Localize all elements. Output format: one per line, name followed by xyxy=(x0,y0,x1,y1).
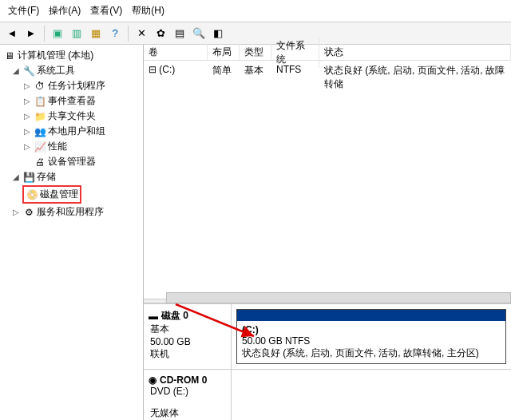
tree-shared-folders[interactable]: ▷📁共享文件夹 xyxy=(2,109,141,124)
col-layout[interactable]: 布局 xyxy=(208,44,240,61)
partition-c[interactable]: (C:) 50.00 GB NTFS 状态良好 (系统, 启动, 页面文件, 活… xyxy=(236,309,506,364)
expand-icon[interactable]: ▷ xyxy=(22,112,32,121)
drive-icon: ⊟ xyxy=(149,64,156,75)
menubar: 文件(F) 操作(A) 查看(V) 帮助(H) xyxy=(0,0,511,22)
tree-performance[interactable]: ▷📈性能 xyxy=(2,139,141,154)
folder-icon: 📁 xyxy=(34,110,46,123)
view-icon[interactable]: ◧ xyxy=(209,25,227,42)
back-icon[interactable]: ◄ xyxy=(3,25,21,42)
perf-icon: 📈 xyxy=(34,141,46,153)
tools-icon: 🔧 xyxy=(22,65,35,77)
cdrom-0-label[interactable]: ◉CD-ROM 0 DVD (E:) 无媒体 xyxy=(144,370,232,420)
expand-icon[interactable]: ▷ xyxy=(22,97,32,106)
partition-size: 50.00 GB NTFS xyxy=(242,335,501,347)
delete-icon[interactable]: ✕ xyxy=(133,25,150,42)
expand-icon[interactable]: ▷ xyxy=(22,127,32,137)
expand-icon[interactable]: ▷ xyxy=(22,142,32,152)
device-icon: 🖨 xyxy=(34,156,46,168)
up-icon[interactable]: ▣ xyxy=(49,25,66,42)
tree-local-users[interactable]: ▷👥本地用户和组 xyxy=(2,124,141,139)
collapse-icon[interactable]: ◢ xyxy=(11,172,21,182)
menu-view[interactable]: 查看(V) xyxy=(87,2,125,19)
col-status[interactable]: 状态 xyxy=(319,44,511,61)
col-type[interactable]: 类型 xyxy=(240,44,271,61)
partition-status: 状态良好 (系统, 启动, 页面文件, 活动, 故障转储, 主分区) xyxy=(242,347,501,360)
properties-icon[interactable]: ▦ xyxy=(87,25,105,42)
help-icon[interactable]: ? xyxy=(106,25,124,42)
event-icon: 📋 xyxy=(34,95,46,108)
menu-file[interactable]: 文件(F) xyxy=(5,2,42,19)
tree-services-apps[interactable]: ▷⚙服务和应用程序 xyxy=(2,204,141,220)
tree-task-scheduler[interactable]: ▷⏱任务计划程序 xyxy=(2,78,141,93)
tree-disk-management[interactable]: 📀磁盘管理 xyxy=(2,184,141,204)
disk-graphic-pane: ▬磁盘 0 基本 50.00 GB 联机 (C:) 50.00 GB NTFS xyxy=(144,303,511,420)
disk-0-label[interactable]: ▬磁盘 0 基本 50.00 GB 联机 xyxy=(144,304,232,369)
tree-event-viewer[interactable]: ▷📋事件查看器 xyxy=(2,93,141,109)
find-icon[interactable]: 🔍 xyxy=(190,25,208,42)
tree-system-tools[interactable]: ◢🔧系统工具 xyxy=(2,63,141,78)
separator xyxy=(44,26,45,42)
col-volume[interactable]: 卷 xyxy=(144,44,208,61)
expand-icon[interactable]: ▷ xyxy=(22,81,32,91)
tree-storage[interactable]: ◢💾存储 xyxy=(2,169,141,184)
main-area: 🖥计算机管理 (本地) ◢🔧系统工具 ▷⏱任务计划程序 ▷📋事件查看器 ▷📁共享… xyxy=(0,45,511,420)
collapse-icon[interactable]: ◢ xyxy=(11,66,21,76)
volume-header: 卷 布局 类型 文件系统 状态 xyxy=(144,45,511,61)
tree-pane: 🖥计算机管理 (本地) ◢🔧系统工具 ▷⏱任务计划程序 ▷📋事件查看器 ▷📁共享… xyxy=(0,45,144,420)
disk-0-map: (C:) 50.00 GB NTFS 状态良好 (系统, 启动, 页面文件, 活… xyxy=(232,304,511,369)
gear-icon: ⚙ xyxy=(22,206,35,219)
volume-row[interactable]: ⊟ (C:) 简单 基本 NTFS 状态良好 (系统, 启动, 页面文件, 活动… xyxy=(144,61,511,94)
cdrom-0-row: ◉CD-ROM 0 DVD (E:) 无媒体 xyxy=(144,369,511,420)
disk-0-row: ▬磁盘 0 基本 50.00 GB 联机 (C:) 50.00 GB NTFS xyxy=(144,303,511,369)
menu-help[interactable]: 帮助(H) xyxy=(129,2,168,19)
clock-icon: ⏱ xyxy=(34,80,46,93)
action-icon[interactable]: ▤ xyxy=(171,25,188,42)
partition-header xyxy=(237,310,505,321)
menu-action[interactable]: 操作(A) xyxy=(46,2,84,19)
users-icon: 👥 xyxy=(34,125,46,138)
disk-icon: ▬ xyxy=(149,311,158,322)
scrollbar[interactable] xyxy=(166,292,511,303)
settings-icon[interactable]: ✿ xyxy=(152,25,169,42)
tree-root[interactable]: 🖥计算机管理 (本地) xyxy=(2,48,141,63)
cd-icon: ◉ xyxy=(149,374,156,386)
computer-icon: 🖥 xyxy=(3,50,16,62)
volume-list: ⊟ (C:) 简单 基本 NTFS 状态良好 (系统, 启动, 页面文件, 活动… xyxy=(144,61,511,299)
content-pane: 卷 布局 类型 文件系统 状态 ⊟ (C:) 简单 基本 NTFS 状态良好 (… xyxy=(144,45,511,420)
separator xyxy=(128,26,129,42)
expand-icon[interactable]: ▷ xyxy=(11,208,21,217)
forward-icon[interactable]: ► xyxy=(22,25,40,42)
toolbar: ◄ ► ▣ ▥ ▦ ? ✕ ✿ ▤ 🔍 ◧ xyxy=(0,22,511,45)
splitter[interactable] xyxy=(144,299,511,303)
show-hide-tree-icon[interactable]: ▥ xyxy=(68,25,85,42)
cdrom-0-map xyxy=(232,370,511,420)
storage-icon: 💾 xyxy=(22,171,35,184)
partition-name: (C:) xyxy=(242,324,501,335)
tree-device-manager[interactable]: 🖨设备管理器 xyxy=(2,154,141,169)
disk-icon: 📀 xyxy=(26,188,38,201)
